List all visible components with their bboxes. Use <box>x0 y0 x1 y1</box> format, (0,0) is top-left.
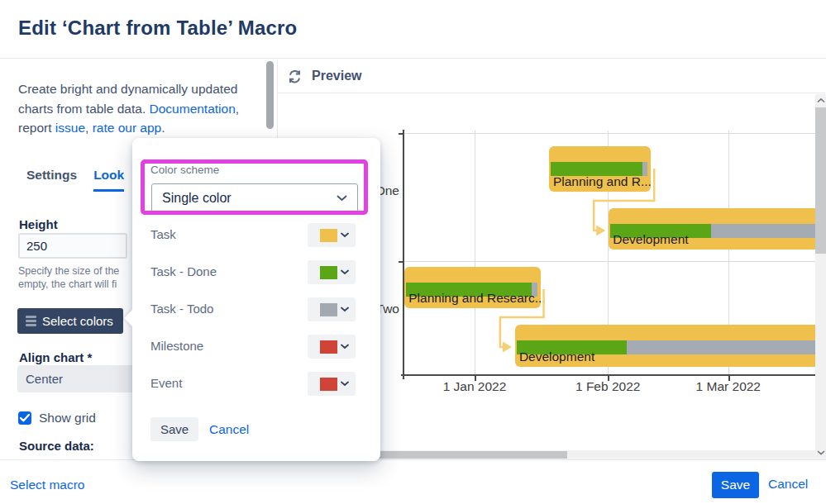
align-chart-select[interactable]: Center <box>17 365 146 392</box>
color-swatch <box>320 229 337 242</box>
intro-text: Create bright and dynamically updated ch… <box>18 79 263 138</box>
preview-title: Preview <box>312 69 361 83</box>
chevron-down-icon <box>341 381 349 387</box>
x-tick-label: 1 Feb 2022 <box>575 379 640 394</box>
color-row-milestone: Milestone <box>132 335 380 359</box>
dialog-header: Edit ‘Chart from Table’ Macro <box>0 0 826 59</box>
y-axis-tick <box>399 261 403 263</box>
show-grid-row: Show grid <box>18 411 96 426</box>
color-row-label: Task - Todo <box>150 302 213 316</box>
dialog-footer: Select macro Save Cancel <box>0 459 826 504</box>
color-row-task-done: Task - Done <box>132 260 380 284</box>
gridline-horizontal <box>403 261 815 262</box>
settings-scrollbar-thumb[interactable] <box>266 61 274 129</box>
refresh-icon[interactable] <box>287 69 303 84</box>
gantt-bar-label: Development <box>519 349 594 364</box>
rate-app-link[interactable]: rate our app <box>93 121 162 135</box>
color-swatch-button[interactable] <box>308 223 356 247</box>
chevron-down-icon <box>341 269 349 275</box>
gantt-bar-label: Planning and R... <box>553 174 652 189</box>
height-label: Height <box>19 217 58 231</box>
height-input[interactable] <box>18 233 127 259</box>
tab-settings[interactable]: Settings <box>26 168 77 192</box>
y-axis-line <box>403 130 404 379</box>
intro-plain: . <box>161 121 165 135</box>
height-help-line1: Specify the size of the <box>18 265 119 278</box>
select-colors-label: Select colors <box>42 314 113 328</box>
chevron-down-icon <box>341 307 349 312</box>
align-chart-value: Center <box>26 372 63 386</box>
gantt-bar: Development <box>515 325 815 367</box>
lines-icon <box>26 316 36 326</box>
settings-tabs: Settings Look <box>26 168 124 192</box>
gridline-horizontal <box>403 133 815 134</box>
popup-cancel-link[interactable]: Cancel <box>209 422 249 437</box>
source-data-label: Source data: <box>19 439 94 453</box>
color-row-label: Event <box>150 376 182 390</box>
show-grid-label: Show grid <box>39 411 96 426</box>
documentation-link[interactable]: Documentation <box>150 102 236 116</box>
color-swatch-button[interactable] <box>308 297 356 321</box>
scroll-down-icon[interactable] <box>816 449 826 456</box>
check-icon <box>20 414 30 422</box>
vertical-scrollbar-thumb[interactable] <box>815 107 826 254</box>
gantt-bar-label: Development <box>613 232 688 247</box>
scroll-up-icon[interactable] <box>816 97 826 104</box>
color-swatch-button[interactable] <box>308 260 356 284</box>
x-tick-label: 1 Mar 2022 <box>696 379 761 394</box>
select-colors-button[interactable]: Select colors <box>17 308 123 334</box>
popup-save-button[interactable]: Save <box>150 417 198 441</box>
gantt-bar: Planning and R... <box>549 146 651 192</box>
preview-header: Preview <box>278 59 826 93</box>
color-row-task-todo: Task - Todo <box>132 297 380 321</box>
y-axis-tick <box>399 133 403 135</box>
chevron-down-icon <box>337 195 347 202</box>
color-row-label: Task - Done <box>150 264 217 278</box>
cancel-link[interactable]: Cancel <box>768 477 808 492</box>
color-swatch <box>320 340 337 354</box>
save-button[interactable]: Save <box>712 472 759 498</box>
height-help-text: Specify the size of the empty, the chart… <box>18 265 119 291</box>
gantt-bar-label: Planning and Researc... <box>408 291 545 306</box>
color-swatch-button[interactable] <box>308 335 356 359</box>
color-row-label: Task <box>150 227 176 241</box>
show-grid-checkbox[interactable] <box>18 411 31 425</box>
x-tick-label: 1 Jan 2022 <box>443 379 507 394</box>
select-macro-link[interactable]: Select macro <box>10 478 84 492</box>
page-title: Edit ‘Chart from Table’ Macro <box>18 17 297 40</box>
color-row-label: Milestone <box>150 339 203 353</box>
preview-vertical-scrollbar[interactable] <box>815 94 826 459</box>
intro-plain: , <box>85 121 93 135</box>
align-chart-label: Align chart * <box>19 350 92 364</box>
height-help-line2: empty, the chart will fi <box>18 278 119 292</box>
color-swatch <box>320 303 337 316</box>
color-scheme-label: Color scheme <box>150 164 219 176</box>
color-swatch <box>320 378 337 391</box>
color-swatch <box>320 266 337 279</box>
color-row-event: Event <box>132 372 380 396</box>
color-scheme-value: Single color <box>162 191 232 206</box>
color-swatch-button[interactable] <box>308 372 356 396</box>
chevron-down-icon <box>341 232 349 238</box>
report-issue-link[interactable]: issue <box>55 121 85 135</box>
color-row-task: Task <box>132 223 380 247</box>
color-scheme-popup: Color scheme Single color Task Task - Do… <box>132 138 380 461</box>
gantt-bar: Planning and Researc... <box>404 267 540 308</box>
color-scheme-select[interactable]: Single color <box>151 183 358 213</box>
chevron-down-icon <box>341 344 349 349</box>
gridline-vertical <box>475 131 475 374</box>
gantt-bar: Development <box>609 208 815 250</box>
tab-look[interactable]: Look <box>93 168 124 192</box>
